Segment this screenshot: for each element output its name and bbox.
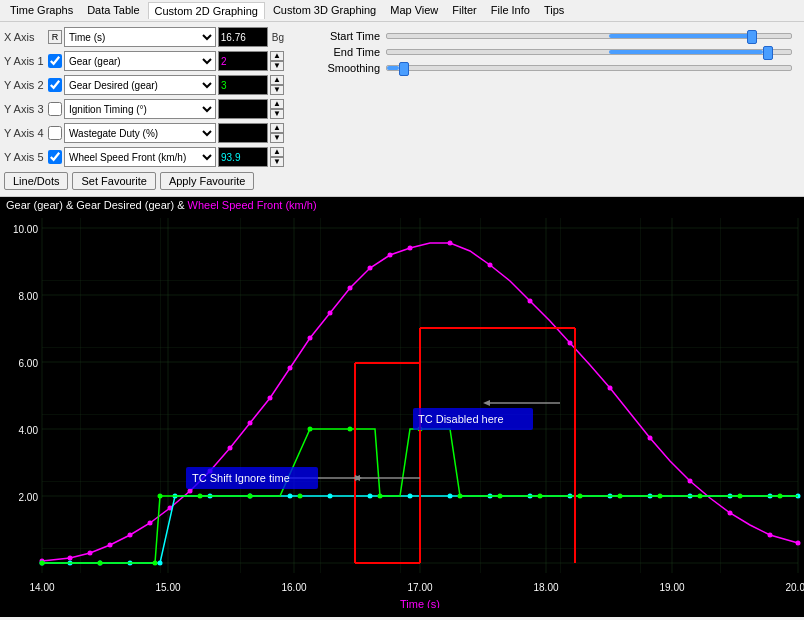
y1-spin-down[interactable]: ▼ bbox=[270, 61, 284, 71]
svg-point-57 bbox=[328, 494, 333, 499]
start-time-label: Start Time bbox=[300, 30, 380, 42]
smoothing-track[interactable] bbox=[386, 65, 792, 71]
menu-custom-3d[interactable]: Custom 3D Graphing bbox=[267, 2, 382, 19]
menu-file-info[interactable]: File Info bbox=[485, 2, 536, 19]
y5-axis-row: Y Axis 5 Wheel Speed Front (km/h) ▲ ▼ bbox=[4, 146, 284, 168]
menu-data-table[interactable]: Data Table bbox=[81, 2, 145, 19]
y1-axis-checkbox[interactable] bbox=[48, 54, 62, 68]
start-time-track[interactable] bbox=[386, 33, 792, 39]
x-tick-5: 18.00 bbox=[533, 582, 558, 593]
controls-area: X Axis R Time (s) Bg Y Axis 1 Gear (gear… bbox=[0, 22, 804, 197]
y2-axis-row: Y Axis 2 Gear Desired (gear) ▲ ▼ bbox=[4, 74, 284, 96]
svg-point-45 bbox=[728, 511, 733, 516]
slider-panel: Start Time End Time Smoothing bbox=[292, 26, 800, 192]
y3-axis-select[interactable]: Ignition Timing (°) bbox=[64, 99, 216, 119]
tc-disabled-annotation-text: TC Disabled here bbox=[418, 413, 504, 425]
svg-text:2.00: 2.00 bbox=[19, 492, 39, 503]
y1-spin-up[interactable]: ▲ bbox=[270, 51, 284, 61]
y5-axis-value[interactable] bbox=[218, 147, 268, 167]
svg-point-84 bbox=[578, 494, 583, 499]
svg-point-43 bbox=[648, 436, 653, 441]
svg-point-52 bbox=[158, 561, 163, 566]
svg-point-24 bbox=[148, 521, 153, 526]
svg-point-29 bbox=[248, 421, 253, 426]
menu-tips[interactable]: Tips bbox=[538, 2, 570, 19]
svg-point-73 bbox=[158, 494, 163, 499]
svg-point-74 bbox=[198, 494, 203, 499]
y3-spin-down[interactable]: ▼ bbox=[270, 109, 284, 119]
y2-spinners: ▲ ▼ bbox=[270, 75, 284, 95]
y3-axis-value[interactable] bbox=[218, 99, 268, 119]
svg-point-42 bbox=[608, 386, 613, 391]
svg-point-44 bbox=[688, 479, 693, 484]
y5-spin-down[interactable]: ▼ bbox=[270, 157, 284, 167]
y5-spin-up[interactable]: ▲ bbox=[270, 147, 284, 157]
set-favourite-button[interactable]: Set Favourite bbox=[72, 172, 155, 190]
svg-point-77 bbox=[308, 427, 313, 432]
svg-point-20 bbox=[68, 556, 73, 561]
end-time-label: End Time bbox=[300, 46, 380, 58]
x-axis-r-button[interactable]: R bbox=[48, 30, 62, 44]
y5-axis-label: Y Axis 5 bbox=[4, 151, 46, 163]
x-tick-1: 14.00 bbox=[29, 582, 54, 593]
x-axis-label: X Axis bbox=[4, 31, 46, 43]
x-tick-4: 17.00 bbox=[407, 582, 432, 593]
menu-filter[interactable]: Filter bbox=[446, 2, 482, 19]
y2-axis-value[interactable] bbox=[218, 75, 268, 95]
y3-spin-up[interactable]: ▲ bbox=[270, 99, 284, 109]
y5-axis-checkbox[interactable] bbox=[48, 150, 62, 164]
menu-map-view[interactable]: Map View bbox=[384, 2, 444, 19]
y3-axis-row: Y Axis 3 Ignition Timing (°) ▲ ▼ bbox=[4, 98, 284, 120]
svg-point-40 bbox=[528, 299, 533, 304]
tc-shift-annotation-text: TC Shift Ignore time bbox=[192, 472, 290, 484]
y3-axis-label: Y Axis 3 bbox=[4, 103, 46, 115]
y1-axis-row: Y Axis 1 Gear (gear) ▲ ▼ bbox=[4, 50, 284, 72]
y1-axis-value[interactable] bbox=[218, 51, 268, 71]
end-time-track[interactable] bbox=[386, 49, 792, 55]
x-tick-6: 19.00 bbox=[659, 582, 684, 593]
x-axis-title: Time (s) bbox=[400, 598, 440, 608]
svg-point-30 bbox=[268, 396, 273, 401]
y2-axis-checkbox[interactable] bbox=[48, 78, 62, 92]
svg-point-88 bbox=[738, 494, 743, 499]
x-axis-value[interactable] bbox=[218, 27, 268, 47]
x-axis-select[interactable]: Time (s) bbox=[64, 27, 216, 47]
svg-point-56 bbox=[288, 494, 293, 499]
y4-spin-up[interactable]: ▲ bbox=[270, 123, 284, 133]
svg-point-60 bbox=[448, 494, 453, 499]
axis-config-panel: X Axis R Time (s) Bg Y Axis 1 Gear (gear… bbox=[4, 26, 284, 192]
y4-axis-value[interactable] bbox=[218, 123, 268, 143]
y4-axis-label: Y Axis 4 bbox=[4, 127, 46, 139]
chart-svg: 10.00 8.00 6.00 4.00 2.00 bbox=[0, 213, 804, 608]
line-dots-button[interactable]: Line/Dots bbox=[4, 172, 68, 190]
y5-spinners: ▲ ▼ bbox=[270, 147, 284, 167]
y1-axis-label: Y Axis 1 bbox=[4, 55, 46, 67]
svg-point-31 bbox=[288, 366, 293, 371]
y1-axis-select[interactable]: Gear (gear) bbox=[64, 51, 216, 71]
x-tick-7: 20.00 bbox=[785, 582, 804, 593]
svg-point-79 bbox=[378, 494, 383, 499]
y4-axis-checkbox[interactable] bbox=[48, 126, 62, 140]
svg-point-26 bbox=[188, 489, 193, 494]
y4-spin-down[interactable]: ▼ bbox=[270, 133, 284, 143]
y4-axis-select[interactable]: Wastegate Duty (%) bbox=[64, 123, 216, 143]
y3-axis-checkbox[interactable] bbox=[48, 102, 62, 116]
chart-title-highlight: Wheel Speed Front (km/h) bbox=[188, 199, 317, 211]
svg-point-58 bbox=[368, 494, 373, 499]
svg-point-22 bbox=[108, 543, 113, 548]
svg-point-35 bbox=[368, 266, 373, 271]
svg-point-85 bbox=[618, 494, 623, 499]
x-axis-row: X Axis R Time (s) Bg bbox=[4, 26, 284, 48]
menu-bar: Time Graphs Data Table Custom 2D Graphin… bbox=[0, 0, 804, 22]
menu-time-graphs[interactable]: Time Graphs bbox=[4, 2, 79, 19]
svg-point-47 bbox=[796, 541, 801, 546]
svg-point-71 bbox=[98, 561, 103, 566]
y2-spin-up[interactable]: ▲ bbox=[270, 75, 284, 85]
apply-favourite-button[interactable]: Apply Favourite bbox=[160, 172, 254, 190]
y2-axis-select[interactable]: Gear Desired (gear) bbox=[64, 75, 216, 95]
y2-spin-down[interactable]: ▼ bbox=[270, 85, 284, 95]
svg-point-21 bbox=[88, 551, 93, 556]
menu-custom-2d[interactable]: Custom 2D Graphing bbox=[148, 2, 265, 19]
y5-axis-select[interactable]: Wheel Speed Front (km/h) bbox=[64, 147, 216, 167]
y4-spinners: ▲ ▼ bbox=[270, 123, 284, 143]
